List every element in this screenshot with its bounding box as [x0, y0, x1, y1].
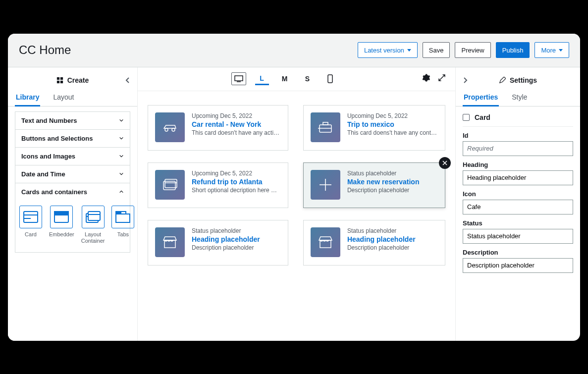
card-text: Upcoming Dec 5, 2022 Car rental - New Yo…	[192, 112, 279, 143]
chevron-down-icon	[119, 118, 124, 123]
card-text: Upcoming Dec 5, 2022 Trip to mexico This…	[347, 112, 437, 143]
sidebar-header: Create	[15, 73, 130, 89]
tool-tabs[interactable]: Tabs	[111, 206, 134, 244]
svg-rect-15	[121, 212, 126, 214]
briefcase-icon	[311, 112, 340, 142]
tab-properties[interactable]: Properties	[463, 89, 499, 107]
breakpoint-desktop[interactable]	[231, 72, 246, 85]
chevron-down-icon	[119, 154, 124, 159]
preview-button[interactable]: Preview	[455, 42, 490, 58]
section-header[interactable]: Date and Time	[15, 165, 130, 183]
card-text: Upcoming Dec 5, 2022 Refund trip to Atla…	[192, 170, 277, 201]
publish-button[interactable]: Publish	[496, 42, 530, 58]
wallet-icon	[155, 170, 185, 200]
description-input[interactable]	[463, 258, 573, 273]
sidebar-collapse-button[interactable]	[125, 76, 130, 85]
breakpoint-M[interactable]: M	[278, 72, 292, 85]
header-actions: Latest version Save Preview Publish More	[358, 42, 569, 58]
sidebar: Create Library Layout Text and Numbers	[8, 67, 138, 341]
tab-style[interactable]: Style	[511, 89, 528, 106]
card-item[interactable]: Status placeholder Heading placeholder D…	[303, 220, 445, 266]
field-description: Description	[463, 249, 573, 273]
expand-icon	[437, 73, 446, 82]
sidebar-title: Create	[56, 76, 89, 84]
chevron-left-icon	[125, 77, 130, 83]
section-header[interactable]: Icons and Images	[15, 148, 130, 165]
breakpoint-mobile[interactable]	[323, 72, 337, 85]
svg-rect-18	[328, 75, 332, 83]
panel-header: Settings	[463, 73, 573, 89]
section-header[interactable]: Cards and containers	[15, 183, 130, 201]
svg-rect-22	[323, 122, 328, 125]
chevron-down-icon	[407, 49, 411, 52]
chevron-down-icon	[119, 171, 124, 176]
card-item[interactable]: Upcoming Dec 5, 2022 Refund trip to Atla…	[148, 162, 288, 208]
section-cards-containers: Cards and containers Card	[15, 183, 130, 253]
tool-card[interactable]: Card	[19, 206, 42, 244]
breakpoint-L[interactable]: L	[255, 72, 269, 85]
selected-type-label: Card	[475, 113, 490, 121]
field-id: Id	[463, 132, 573, 156]
chevron-down-icon	[119, 136, 124, 141]
heading-input[interactable]	[463, 170, 573, 185]
svg-rect-14	[116, 212, 121, 214]
status-input[interactable]	[463, 229, 573, 244]
close-icon	[442, 160, 447, 165]
store-icon	[155, 227, 185, 257]
remove-card-button[interactable]	[439, 157, 451, 169]
svg-rect-2	[57, 80, 59, 83]
panel-title: Settings	[499, 76, 537, 84]
more-button[interactable]: More	[535, 42, 569, 58]
card-text: Status placeholder Make new reservation …	[347, 170, 420, 201]
pencil-icon	[499, 77, 506, 84]
columns: Create Library Layout Text and Numbers	[8, 67, 580, 341]
selected-type-row: Card	[463, 107, 573, 127]
card-grid: Upcoming Dec 5, 2022 Car rental - New Yo…	[148, 105, 445, 266]
id-input[interactable]	[463, 141, 573, 156]
breakpoint-S[interactable]: S	[301, 72, 315, 85]
tab-library[interactable]: Library	[15, 89, 40, 107]
panel-tabs: Properties Style	[456, 89, 580, 107]
grid-icon	[56, 77, 63, 84]
more-label: More	[541, 47, 556, 54]
section-header[interactable]: Text and Numbers	[15, 112, 130, 129]
section-content: Card Embedder Layout Conta	[15, 201, 130, 252]
svg-point-19	[165, 128, 168, 131]
icon-input[interactable]	[463, 200, 573, 214]
breakpoint-group: L M S	[147, 72, 422, 85]
card-item-selected[interactable]: Status placeholder Make new reservation …	[303, 162, 445, 208]
canvas-toolbar: L M S	[138, 67, 455, 91]
canvas-body[interactable]: Upcoming Dec 5, 2022 Car rental - New Yo…	[138, 91, 455, 341]
plus-icon	[311, 170, 340, 200]
card-item[interactable]: Status placeholder Heading placeholder D…	[148, 220, 288, 266]
svg-rect-0	[57, 77, 59, 79]
tool-layout-container[interactable]: Layout Container	[81, 206, 105, 244]
embedder-icon	[50, 206, 73, 228]
card-text: Status placeholder Heading placeholder D…	[192, 227, 260, 258]
svg-rect-1	[60, 77, 63, 79]
settings-gear-button[interactable]	[422, 73, 430, 84]
save-button[interactable]: Save	[423, 42, 450, 58]
svg-rect-3	[60, 80, 63, 83]
tab-layout[interactable]: Layout	[52, 89, 75, 106]
field-heading: Heading	[463, 161, 573, 185]
app-header: CC Home Latest version Save Preview Publ…	[8, 34, 580, 67]
svg-rect-4	[24, 212, 38, 222]
chevron-down-icon	[559, 49, 563, 52]
canvas: L M S	[138, 67, 455, 341]
tool-embedder[interactable]: Embedder	[49, 206, 74, 244]
latest-version-button[interactable]: Latest version	[358, 42, 418, 58]
section-buttons-selections: Buttons and Selections	[15, 129, 130, 147]
card-item[interactable]: Upcoming Dec 5, 2022 Trip to mexico This…	[303, 105, 445, 151]
sidebar-tabs: Library Layout	[8, 89, 137, 107]
chevron-right-icon	[463, 77, 468, 83]
chevron-up-icon	[119, 189, 124, 194]
latest-version-label: Latest version	[364, 47, 404, 54]
page-title: CC Home	[19, 43, 71, 57]
tabs-icon	[111, 206, 134, 228]
card-item[interactable]: Upcoming Dec 5, 2022 Car rental - New Yo…	[148, 105, 288, 151]
canvas-tools	[422, 73, 446, 84]
section-header[interactable]: Buttons and Selections	[15, 130, 130, 147]
panel-expand-button[interactable]	[463, 76, 468, 85]
expand-button[interactable]	[437, 73, 446, 84]
